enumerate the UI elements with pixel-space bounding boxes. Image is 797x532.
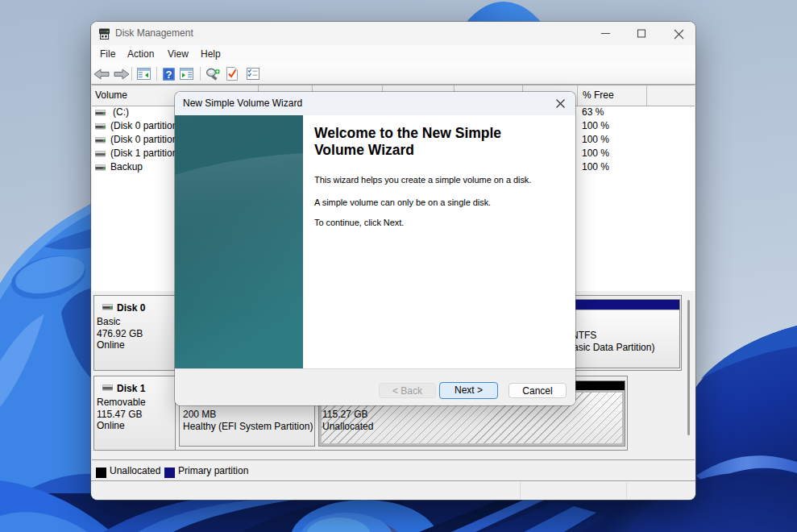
svg-text:?: ? [166,69,172,81]
